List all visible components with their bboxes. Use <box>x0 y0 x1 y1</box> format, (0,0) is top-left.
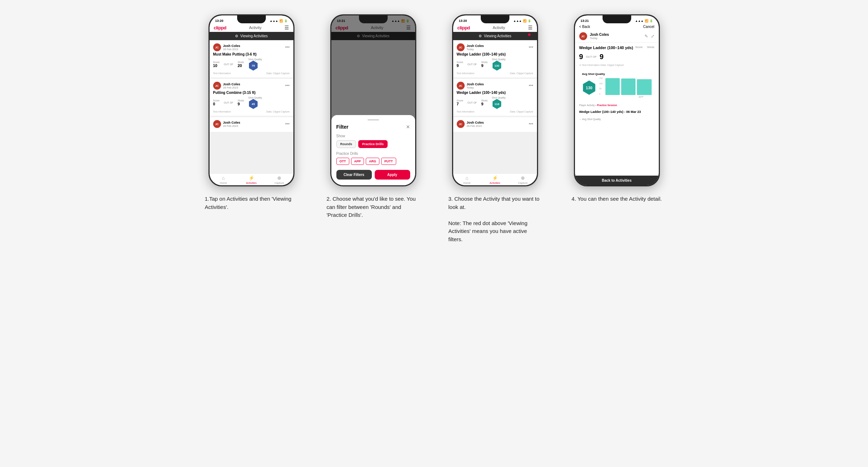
shot-quality-hex: 118 <box>492 99 505 109</box>
phone-notch <box>237 15 266 23</box>
nav-item-activities[interactable]: ⚡Activities <box>481 175 509 185</box>
more-options-button[interactable]: ••• <box>529 45 533 50</box>
more-options-button[interactable]: ••• <box>529 121 533 127</box>
user-info: JCJosh ColesToday <box>457 43 484 51</box>
filter-sheet: Filter✕ShowRoundsPractice DrillsPractice… <box>331 115 415 185</box>
shot-quality-block: Shot Quality75 <box>248 58 262 71</box>
shot-quality-block: Shot Quality45 <box>248 96 262 109</box>
nav-item-home[interactable]: ⌂Home <box>453 175 481 185</box>
avatar: JC <box>213 43 221 51</box>
more-options-button[interactable]: ••• <box>285 45 290 50</box>
nav-label-home: Home <box>463 181 470 185</box>
score-block: Score9 <box>457 61 463 68</box>
status-icons: ▲▲▲📶🔋 <box>270 19 288 23</box>
card-header: JCJosh Coles28 Feb 2023••• <box>213 82 290 90</box>
signal-icon: ▲▲▲ <box>270 19 278 23</box>
user-info: JCJosh Coles28 Feb 2023 <box>457 120 484 128</box>
user-name: Josh Coles <box>467 121 484 124</box>
activity-card[interactable]: JCJosh ColesToday•••Wedge Ladder (100–14… <box>453 40 537 77</box>
more-options-button[interactable]: ••• <box>285 121 290 127</box>
back-button[interactable]: < Back <box>579 25 590 29</box>
user-name: Josh Coles <box>467 82 484 86</box>
drill-tag-app[interactable]: APP <box>351 158 364 165</box>
drill-tag-ott[interactable]: OTT <box>336 158 349 165</box>
activity-card[interactable]: JCJosh ColesToday•••Wedge Ladder (100–14… <box>453 79 537 116</box>
chart-x-labels: APP <box>599 96 652 98</box>
shot-quality-label: Shot Quality <box>492 58 505 61</box>
nav-item-activities[interactable]: ⚡Activities <box>238 175 265 185</box>
back-to-activities-button[interactable]: Back to Activities <box>575 176 659 185</box>
detail-user-row: JCJosh ColesToday✎⤢ <box>575 30 659 43</box>
shots-block: Shots9 <box>238 99 244 106</box>
out-of-label: OUT OF <box>467 101 477 104</box>
detail-title-row: Wedge Ladder (100–140 yds)ScoreShots <box>579 46 654 50</box>
hamburger-menu-button[interactable]: ☰ <box>528 25 533 30</box>
more-options-button[interactable]: ••• <box>529 83 533 88</box>
apply-filters-button[interactable]: Apply <box>375 170 410 180</box>
user-info: JCJosh Coles28 Feb 2023 <box>213 82 240 90</box>
toggle-practice-drills[interactable]: Practice Drills <box>358 140 388 148</box>
card-header: JCJosh Coles28 Feb 2023••• <box>213 43 290 51</box>
phone-notch <box>481 15 509 23</box>
nav-item-capture[interactable]: ⊕Capture <box>265 175 293 185</box>
activity-card[interactable]: JCJosh Coles28 Feb 2023•••Putting Combin… <box>210 79 293 116</box>
expand-icon[interactable]: ⤢ <box>651 34 654 39</box>
avg-shot-quality-section: Avg Shot Quality130130100500APP <box>579 70 654 101</box>
user-name: Josh Coles <box>223 44 240 48</box>
score-label: Score <box>213 61 220 63</box>
app-logo: clippd <box>457 25 470 30</box>
score-block: Score0 <box>213 99 220 106</box>
shots-value: 9 <box>238 102 244 106</box>
drill-tag-putt[interactable]: PUTT <box>381 158 396 165</box>
detail-user-name: Josh Coles <box>590 33 642 37</box>
chart-bar <box>637 79 651 95</box>
practice-session-link[interactable]: Practice Session <box>597 104 617 106</box>
activity-list: JCJosh ColesToday•••Wedge Ladder (100–14… <box>453 40 537 173</box>
page-container: 13:20▲▲▲📶🔋clippdActivity☰⚙Viewing Activi… <box>198 14 671 243</box>
mini-chart: 130100500 <box>599 77 652 95</box>
close-filter-button[interactable]: ✕ <box>406 124 410 130</box>
activity-card[interactable]: JCJosh Coles28 Feb 2023••• <box>453 117 537 132</box>
shots-value: 20 <box>238 63 244 68</box>
user-info: JCJosh Coles28 Feb 2023 <box>213 120 240 128</box>
detail-action-icons: ✎⤢ <box>644 34 654 39</box>
activity-card[interactable]: JCJosh Coles28 Feb 2023•••Must Make Putt… <box>210 40 293 77</box>
viewing-activities-banner[interactable]: ⚙Viewing Activities <box>453 32 537 40</box>
phone-device: 13:21▲▲▲📶🔋< BackCancelJCJosh ColesToday✎… <box>574 14 660 186</box>
filter-buttons-row: Clear FiltersApply <box>336 170 410 180</box>
shot-quality-label: Shot Quality <box>248 58 262 61</box>
user-info: JCJosh Coles28 Feb 2023 <box>213 43 240 51</box>
user-name: Josh Coles <box>467 44 484 48</box>
shot-quality-block: Shot Quality118 <box>492 96 505 109</box>
detail-out-of: OUT OF <box>586 55 597 58</box>
nav-item-home[interactable]: ⌂Home <box>210 175 238 185</box>
test-info-label: Test Information <box>213 110 231 113</box>
avatar: JC <box>457 82 465 90</box>
active-filter-dot <box>528 33 531 36</box>
battery-icon: 🔋 <box>528 19 531 23</box>
detail-sub-title: Wedge Ladder (100–140 yds) - 06 Mar 23 <box>579 110 654 114</box>
cancel-button[interactable]: Cancel <box>643 25 654 29</box>
toggle-rounds[interactable]: Rounds <box>336 140 356 148</box>
nav-item-capture[interactable]: ⊕Capture <box>509 175 537 185</box>
shots-block: Shots9 <box>481 61 488 68</box>
drill-tag-arg[interactable]: ARG <box>366 158 379 165</box>
data-source-label: Data: Clippd Capture <box>266 72 289 75</box>
more-options-button[interactable]: ••• <box>285 83 290 88</box>
detail-score-value: 9 <box>579 53 583 61</box>
viewing-activities-banner[interactable]: ⚙Viewing Activities <box>210 32 293 40</box>
activities-icon: ⚡ <box>492 175 498 181</box>
hamburger-menu-button[interactable]: ☰ <box>284 25 289 30</box>
step-caption: 1.Tap on Activities and then 'Viewing Ac… <box>205 195 298 211</box>
user-date: Today <box>467 48 484 51</box>
nav-label-activities: Activities <box>490 181 500 185</box>
nav-label-capture: Capture <box>518 181 528 185</box>
edit-icon[interactable]: ✎ <box>644 34 648 39</box>
viewing-activities-label: Viewing Activities <box>484 34 512 38</box>
activity-card[interactable]: JCJosh Coles28 Feb 2023••• <box>210 117 293 132</box>
header-title: Activity <box>493 25 505 30</box>
clear-filters-button[interactable]: Clear Filters <box>336 170 372 180</box>
stats-row: Score7OUT OFShots9Shot Quality118 <box>457 96 533 109</box>
shot-quality-block: Shot Quality130 <box>492 58 505 71</box>
y-axis-label: 50 <box>599 87 603 90</box>
